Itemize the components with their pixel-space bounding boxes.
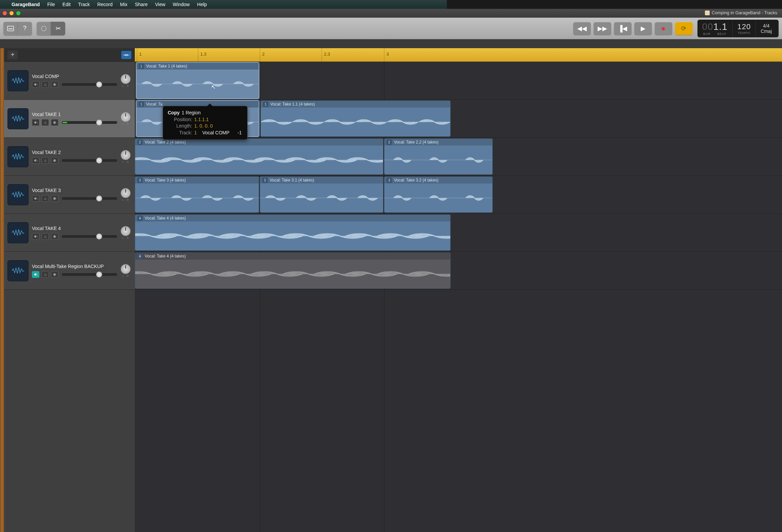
solo-button[interactable]: ♫: [41, 195, 49, 202]
input-monitor-button[interactable]: ◉: [51, 271, 58, 278]
volume-slider[interactable]: [62, 159, 117, 162]
audio-region[interactable]: 3Vocal: Take 3.1 (4 takes): [260, 176, 383, 213]
volume-slider[interactable]: [62, 273, 117, 276]
track-icon: [7, 222, 29, 243]
zoom-button[interactable]: [16, 11, 20, 15]
track-name: Vocal Multi-Take Region BACKUP: [32, 264, 117, 269]
audio-region[interactable]: 4Vocal: Take 4 (4 takes): [135, 214, 447, 251]
solo-button[interactable]: ♫: [41, 81, 49, 88]
input-monitor-button[interactable]: ◉: [51, 195, 58, 202]
mute-button[interactable]: [32, 271, 39, 278]
garageband-window: Comping in GarageBand - Tracks ? ✂ ◀◀ ▶▶…: [0, 9, 447, 304]
titlebar: Comping in GarageBand - Tracks: [0, 9, 447, 18]
solo-button[interactable]: ♫: [41, 271, 49, 278]
solo-button[interactable]: ♫: [41, 233, 49, 240]
svg-point-2: [41, 26, 46, 31]
waveform: [135, 184, 259, 212]
take-badge: 4: [137, 253, 143, 259]
ruler-tick: 2: [260, 48, 265, 61]
region-label: Vocal: Take 4 (4 takes): [145, 254, 186, 259]
menu-help[interactable]: Help: [197, 2, 207, 7]
menu-track[interactable]: Track: [78, 2, 90, 7]
volume-slider[interactable]: [62, 197, 117, 200]
region-header: 2Vocal: Take 2.2 (4 takes): [384, 139, 447, 146]
solo-button[interactable]: ♫: [41, 157, 49, 164]
arrange-area[interactable]: 11.322.33 1Vocal: Take 1 (4 takes)1Vocal…: [135, 48, 447, 304]
region-header: 3Vocal: Take 3.1 (4 takes): [260, 177, 383, 184]
pan-knob[interactable]: [121, 112, 131, 122]
region-header: 1Vocal: Take 1.1 (4 takes): [261, 101, 447, 108]
arrange-lane[interactable]: 3Vocal: Take 3 (4 takes)3Vocal: Take 3.1…: [135, 176, 447, 214]
audio-region[interactable]: 2Vocal: Take 2.2 (4 takes): [384, 138, 447, 175]
input-monitor-button[interactable]: ◉: [51, 157, 58, 164]
audio-region[interactable]: 4Vocal: Take 4 (4 takes): [135, 252, 447, 289]
pan-knob[interactable]: [121, 226, 131, 236]
mute-button[interactable]: [32, 233, 39, 240]
track-header[interactable]: Vocal Multi-Take Region BACKUP ♫ ◉ L R: [4, 252, 135, 290]
volume-slider[interactable]: [62, 121, 117, 124]
minimize-button[interactable]: [10, 11, 14, 15]
input-monitor-button[interactable]: ◉: [51, 233, 58, 240]
arrange-lane[interactable]: 1Vocal: Take 1 (4 takes): [135, 62, 447, 100]
app-name[interactable]: GarageBand: [12, 2, 40, 7]
audio-region[interactable]: 3Vocal: Take 3 (4 takes): [135, 176, 259, 213]
menu-edit[interactable]: Edit: [62, 2, 71, 7]
track-header[interactable]: Vocal TAKE 1 ♫ ◉ L R: [4, 100, 135, 138]
input-monitor-button[interactable]: ◉: [51, 81, 58, 88]
quickhelp-button[interactable]: ?: [18, 22, 32, 35]
pan-knob[interactable]: [121, 74, 131, 84]
menu-file[interactable]: File: [47, 2, 55, 7]
track-header[interactable]: Vocal COMP ♫ ◉ L R: [4, 62, 135, 100]
library-button[interactable]: [3, 22, 18, 35]
volume-slider[interactable]: [62, 83, 117, 86]
mute-button[interactable]: [32, 157, 39, 164]
audio-region[interactable]: 1Vocal: Take 1 (4 takes): [136, 62, 259, 99]
ruler[interactable]: 11.322.33: [135, 48, 447, 62]
smartcontrols-button[interactable]: [37, 22, 51, 35]
header-config-button[interactable]: ⇥⇤: [121, 51, 131, 59]
region-header: 3Vocal: Take 3 (4 takes): [135, 177, 259, 184]
arrange-lane[interactable]: 2Vocal: Take 2 (4 takes)2Vocal: Take 2.2…: [135, 138, 447, 176]
volume-slider[interactable]: [62, 235, 117, 238]
menu-record[interactable]: Record: [97, 2, 112, 7]
track-header[interactable]: Vocal TAKE 2 ♫ ◉ L R: [4, 138, 135, 176]
menu-mix[interactable]: Mix: [120, 2, 128, 7]
track-header[interactable]: Vocal TAKE 3 ♫ ◉ L R: [4, 176, 135, 214]
arrange-lane[interactable]: 4Vocal: Take 4 (4 takes): [135, 252, 447, 290]
macos-menubar: GarageBand File Edit Track Record Mix Sh…: [0, 0, 447, 9]
solo-button[interactable]: ♫: [41, 119, 49, 126]
arrange-lane[interactable]: 4Vocal: Take 4 (4 takes): [135, 214, 447, 252]
menu-view[interactable]: View: [155, 2, 165, 7]
track-header-bar: + ⇥⇤: [4, 48, 135, 62]
wood-edge: [0, 48, 4, 304]
svg-line-5: [36, 159, 37, 162]
pan-knob[interactable]: [121, 264, 131, 274]
editors-button[interactable]: ✂: [51, 22, 65, 35]
input-monitor-button[interactable]: ◉: [51, 119, 58, 126]
audio-region[interactable]: 2Vocal: Take 2 (4 takes): [135, 138, 383, 175]
audio-region[interactable]: 3Vocal: Take 3.2 (4 takes): [384, 176, 447, 213]
mute-button[interactable]: [32, 81, 39, 88]
menu-share[interactable]: Share: [135, 2, 147, 7]
svg-line-7: [36, 235, 37, 238]
traffic-lights: [3, 11, 20, 15]
waveform: [384, 146, 447, 174]
track-name: Vocal COMP: [32, 74, 117, 79]
menu-window[interactable]: Window: [173, 2, 190, 7]
track-icon: [7, 260, 29, 281]
add-track-button[interactable]: +: [7, 51, 18, 59]
track-name: Vocal TAKE 3: [32, 188, 117, 193]
mute-button[interactable]: [32, 119, 39, 126]
pan-knob[interactable]: [121, 150, 131, 160]
track-name: Vocal TAKE 4: [32, 226, 117, 231]
mute-button[interactable]: [32, 195, 39, 202]
region-header: 4Vocal: Take 4 (4 takes): [135, 253, 447, 260]
track-icon: [7, 108, 29, 129]
track-header[interactable]: Vocal TAKE 4 ♫ ◉ L R: [4, 214, 135, 252]
pan-knob[interactable]: [121, 188, 131, 198]
region-label: Vocal: Take 1 (4 takes): [146, 64, 187, 69]
svg-line-4: [36, 121, 37, 124]
close-button[interactable]: [3, 11, 7, 15]
audio-region[interactable]: 1Vocal: Take 1.1 (4 takes): [260, 100, 447, 137]
waveform: [137, 70, 259, 98]
